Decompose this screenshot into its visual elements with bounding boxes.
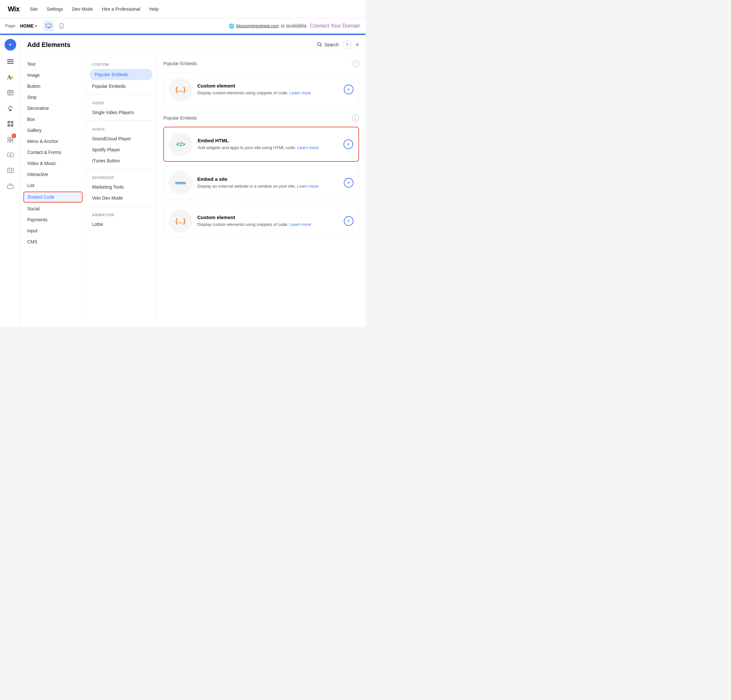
sidebar-icon-menu[interactable] xyxy=(3,54,18,69)
middle-nav-single-video[interactable]: Single Video Players xyxy=(85,107,157,118)
middle-nav-marketing[interactable]: Marketing Tools xyxy=(85,182,157,192)
middle-nav-popular-embeds-active[interactable]: Popular Embeds xyxy=(90,69,153,80)
left-nav-input[interactable]: Input xyxy=(21,225,85,236)
chevron-down-icon: ▾ xyxy=(35,23,37,28)
desktop-view-icon[interactable] xyxy=(43,21,54,31)
svg-rect-29 xyxy=(7,185,13,189)
connect-domain-link[interactable]: Connect Your Domain xyxy=(310,23,360,29)
domain-bar: 🌐 blossomingretreat.com is available. Co… xyxy=(229,23,360,29)
embed-site-icon-circle: www xyxy=(169,171,192,194)
video-section-label: VIDEO xyxy=(85,97,157,107)
audio-section-label: AUDIO xyxy=(85,123,157,133)
middle-nav-spotify[interactable]: Spotify Player xyxy=(85,144,157,155)
advanced-section-label: ADVANCED xyxy=(85,172,157,182)
card4-info: Custom element Display custom elements u… xyxy=(197,214,339,228)
embed-html-card: </> Embed HTML Add widgets and apps to y… xyxy=(163,127,359,162)
left-nav: Text Image Button Strip Decorative Box G… xyxy=(21,53,85,327)
left-nav-video[interactable]: Video & Music xyxy=(21,158,85,169)
left-nav-strip[interactable]: Strip xyxy=(21,92,85,103)
sidebar-icon-design[interactable] xyxy=(3,101,18,115)
svg-line-31 xyxy=(321,46,322,47)
section-divider-4 xyxy=(85,206,157,207)
card1-add-button[interactable]: + xyxy=(344,85,354,94)
add-element-button[interactable]: + xyxy=(4,39,16,51)
embed-html-icon: </> xyxy=(176,141,186,148)
left-nav-interactive[interactable]: Interactive xyxy=(21,169,85,180)
card3-learn-more[interactable]: Learn more xyxy=(297,184,319,189)
domain-link[interactable]: blossomingretreat.com xyxy=(236,23,279,28)
left-nav-cms[interactable]: CMS xyxy=(21,236,85,247)
card2-title: Embed HTML xyxy=(198,138,338,143)
search-label: Search xyxy=(324,42,339,47)
section1-title: Popular Embeds xyxy=(163,61,197,66)
search-button[interactable]: Search xyxy=(317,42,339,47)
page-selector[interactable]: HOME ▾ xyxy=(20,23,37,28)
middle-nav-popular-embeds[interactable]: Popular Embeds xyxy=(85,81,157,92)
middle-nav-lottie[interactable]: Lottie xyxy=(85,219,157,230)
sidebar-icon-media[interactable] xyxy=(3,148,18,162)
section-divider-1 xyxy=(85,94,157,95)
custom-element-icon: {...} xyxy=(175,86,186,93)
section2-info-icon[interactable]: i xyxy=(352,114,359,122)
page-bar: Page: HOME ▾ 🌐 blossomingretreat.com is … xyxy=(0,18,366,34)
left-nav-menu-anchor[interactable]: Menu & Anchor xyxy=(21,136,85,147)
nav-hire[interactable]: Hire a Professional xyxy=(102,6,140,12)
left-nav-payments[interactable]: Payments xyxy=(21,214,85,225)
top-navigation: Wix Site Settings Dev Mode Hire a Profes… xyxy=(0,0,366,18)
svg-point-4 xyxy=(61,27,62,28)
card3-add-button[interactable]: + xyxy=(344,178,354,188)
page-label: Page: xyxy=(5,23,16,28)
card4-add-button[interactable]: + xyxy=(344,216,354,226)
card2-desc: Add widgets and apps to your site using … xyxy=(198,145,338,151)
sidebar-icon-notifications[interactable]: 1 xyxy=(3,132,18,147)
page-name: HOME xyxy=(20,23,34,28)
section1-header: Popular Embeds i xyxy=(163,60,359,67)
svg-marker-24 xyxy=(10,154,12,156)
card2-add-button[interactable]: + xyxy=(343,139,353,149)
card2-learn-more[interactable]: Learn more xyxy=(297,145,319,150)
mobile-view-icon[interactable] xyxy=(56,21,67,31)
custom-section-label: CUSTOM xyxy=(85,59,157,68)
custom-element-icon-circle: {...} xyxy=(169,78,192,101)
svg-rect-25 xyxy=(7,168,13,173)
left-nav-gallery[interactable]: Gallery xyxy=(21,125,85,136)
sidebar-icon-table[interactable] xyxy=(3,163,18,178)
embed-html-icon-circle: </> xyxy=(169,132,192,156)
svg-rect-20 xyxy=(11,137,13,140)
sidebar-icon-pages[interactable] xyxy=(3,85,18,100)
middle-nav-soundcloud[interactable]: SoundCloud Player xyxy=(85,133,157,144)
nav-help[interactable]: Help xyxy=(150,6,159,12)
nav-devmode[interactable]: Dev Mode xyxy=(72,6,93,12)
sidebar-icon-apps[interactable] xyxy=(3,117,18,131)
middle-nav-velo[interactable]: Velo Dev Mode xyxy=(85,192,157,204)
section2-header: Popular Embeds i xyxy=(163,114,359,122)
icon-sidebar: + A 1 xyxy=(0,35,21,327)
notification-badge: 1 xyxy=(12,134,16,138)
close-button[interactable]: × xyxy=(355,41,359,48)
sidebar-icon-text[interactable]: A xyxy=(3,70,18,84)
left-nav-button[interactable]: Button xyxy=(21,81,85,92)
left-nav-embed-code[interactable]: Embed Code xyxy=(23,192,83,203)
left-nav-box[interactable]: Box xyxy=(21,114,85,125)
left-nav-decorative[interactable]: Decorative xyxy=(21,103,85,114)
card1-info: Custom element Display custom elements u… xyxy=(197,83,339,96)
nav-settings[interactable]: Settings xyxy=(47,6,63,12)
sidebar-icon-briefcase[interactable] xyxy=(3,179,18,193)
card3-title: Embed a site xyxy=(197,176,339,182)
middle-nav-itunes[interactable]: iTunes Button xyxy=(85,155,157,166)
left-nav-social[interactable]: Social xyxy=(21,203,85,214)
svg-rect-22 xyxy=(11,140,13,142)
help-button[interactable]: ? xyxy=(342,40,352,49)
left-nav-text[interactable]: Text xyxy=(21,59,85,70)
left-nav-contact[interactable]: Contact & Forms xyxy=(21,147,85,158)
custom-element-icon-2: {...} xyxy=(175,217,186,225)
right-content: Popular Embeds i {...} Custom element Di… xyxy=(157,53,366,327)
section1-info-icon[interactable]: i xyxy=(352,60,359,67)
svg-rect-6 xyxy=(7,61,13,62)
left-nav-image[interactable]: Image xyxy=(21,70,85,81)
card4-learn-more[interactable]: Learn more xyxy=(290,222,311,227)
left-nav-list[interactable]: List xyxy=(21,180,85,191)
card1-learn-more[interactable]: Learn more xyxy=(290,90,311,95)
nav-site[interactable]: Site xyxy=(30,6,38,12)
custom-element-card-2: {...} Custom element Display custom elem… xyxy=(163,204,359,238)
